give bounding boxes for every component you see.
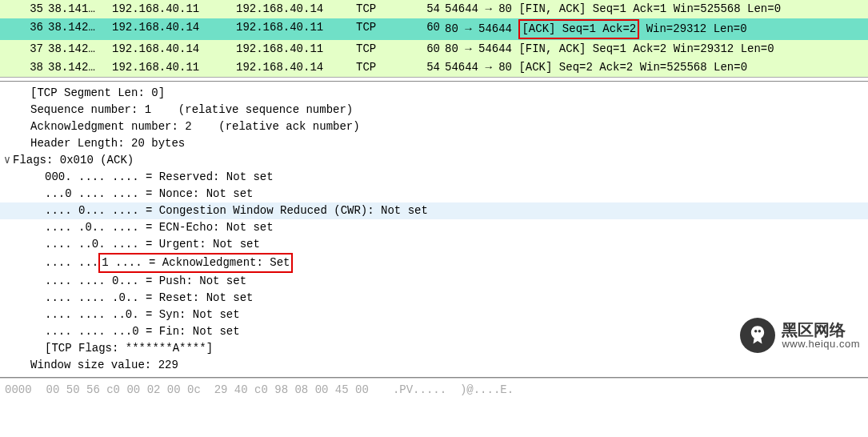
flag-syn[interactable]: .... .... ..0. = Syn: Not set: [0, 307, 868, 323]
packet-row-selected[interactable]: 36 38.142… 192.168.40.14 192.168.40.11 T…: [0, 18, 868, 40]
col-no: 35: [0, 1, 48, 18]
col-no: 37: [0, 41, 48, 58]
col-length: 54: [416, 1, 440, 18]
col-protocol: TCP: [356, 1, 416, 18]
packet-list[interactable]: 35 38.141… 192.168.40.11 192.168.40.14 T…: [0, 0, 868, 78]
flag-cwr[interactable]: .... 0... .... = Congestion Window Reduc…: [0, 202, 868, 219]
col-source: 192.168.40.11: [112, 1, 236, 18]
flag-ecn[interactable]: .... .0.. .... = ECN-Echo: Not set: [0, 219, 868, 236]
col-no: 38: [0, 59, 48, 76]
col-time: 38.142…: [48, 41, 112, 58]
watermark-title: 黑区网络: [782, 321, 860, 339]
flag-acknowledgment[interactable]: .... ...1 .... = Acknowledgment: Set: [0, 253, 868, 273]
col-no: 36: [0, 19, 48, 39]
packet-row[interactable]: 38 38.142… 192.168.40.11 192.168.40.14 T…: [0, 58, 868, 77]
packet-details-pane[interactable]: [TCP Segment Len: 0] Sequence number: 1 …: [0, 81, 868, 378]
packet-row[interactable]: 37 38.142… 192.168.40.14 192.168.40.11 T…: [0, 40, 868, 58]
col-length: 54: [416, 59, 440, 76]
acknowledgment-number[interactable]: Acknowledgment number: 2 (relative ack n…: [0, 118, 868, 135]
sequence-number[interactable]: Sequence number: 1 (relative sequence nu…: [0, 102, 868, 118]
col-protocol: TCP: [356, 41, 416, 58]
col-destination: 192.168.40.14: [236, 59, 356, 76]
flag-nonce[interactable]: ...0 .... .... = Nonce: Not set: [0, 186, 868, 202]
tcp-segment-len[interactable]: [TCP Segment Len: 0]: [0, 85, 868, 102]
info-pre: 80 → 54644: [445, 22, 518, 35]
window-size[interactable]: Window size value: 229: [0, 357, 868, 374]
flag-reset[interactable]: .... .... .0.. = Reset: Not set: [0, 290, 868, 307]
col-source: 192.168.40.14: [112, 41, 236, 58]
watermark: 黑区网络 www.heiqu.com: [740, 318, 860, 353]
hex-ascii: .PV..... )@....E.: [393, 383, 514, 396]
flag-push[interactable]: .... .... 0... = Push: Not set: [0, 273, 868, 290]
col-info: 54644 → 80 [ACK] Seq=2 Ack=2 Win=525568 …: [440, 59, 868, 76]
col-info: 80 → 54644 [FIN, ACK] Seq=1 Ack=2 Win=29…: [440, 41, 868, 58]
flag-fin[interactable]: .... .... ...0 = Fin: Not set: [0, 323, 868, 340]
packet-row[interactable]: 35 38.141… 192.168.40.11 192.168.40.14 T…: [0, 0, 868, 18]
flag-reserved[interactable]: 000. .... .... = Reserved: Not set: [0, 169, 868, 186]
hex-dump-pane[interactable]: 000000 50 56 c0 00 02 00 0c 29 40 c0 98 …: [0, 378, 868, 402]
col-time: 38.142…: [48, 59, 112, 76]
watermark-logo-icon: [740, 318, 775, 353]
collapse-icon[interactable]: ∨: [2, 152, 13, 169]
highlight-annotation: 1 .... = Acknowledgment: Set: [98, 253, 293, 273]
highlight-annotation: [ACK] Seq=1 Ack=2: [518, 19, 639, 39]
col-time: 38.141…: [48, 1, 112, 18]
col-destination: 192.168.40.11: [236, 19, 356, 39]
info-post: Win=29312 Len=0: [639, 22, 746, 35]
tcp-flags-summary[interactable]: [TCP Flags: *******A****]: [0, 340, 868, 357]
header-length[interactable]: Header Length: 20 bytes: [0, 135, 868, 152]
col-info: 54644 → 80 [FIN, ACK] Seq=1 Ack=1 Win=52…: [440, 1, 868, 18]
col-length: 60: [416, 19, 440, 39]
col-source: 192.168.40.14: [112, 19, 236, 39]
watermark-text: 黑区网络 www.heiqu.com: [782, 321, 860, 350]
hex-offset: 0000: [5, 383, 32, 396]
col-info: 80 → 54644 [ACK] Seq=1 Ack=2 Win=29312 L…: [440, 19, 868, 39]
flag-ack-prefix: .... ...: [45, 256, 98, 269]
flags-label: Flags: 0x010 (ACK): [13, 154, 134, 166]
flag-urgent[interactable]: .... ..0. .... = Urgent: Not set: [0, 236, 868, 253]
col-protocol: TCP: [356, 19, 416, 39]
col-destination: 192.168.40.11: [236, 41, 356, 58]
hex-bytes: 00 50 56 c0 00 02 00 0c 29 40 c0 98 08 0…: [46, 383, 369, 396]
watermark-url: www.heiqu.com: [782, 339, 860, 350]
col-protocol: TCP: [356, 59, 416, 76]
col-time: 38.142…: [48, 19, 112, 39]
flags-header[interactable]: ∨Flags: 0x010 (ACK): [0, 152, 868, 169]
col-source: 192.168.40.11: [112, 59, 236, 76]
col-length: 60: [416, 41, 440, 58]
col-destination: 192.168.40.14: [236, 1, 356, 18]
